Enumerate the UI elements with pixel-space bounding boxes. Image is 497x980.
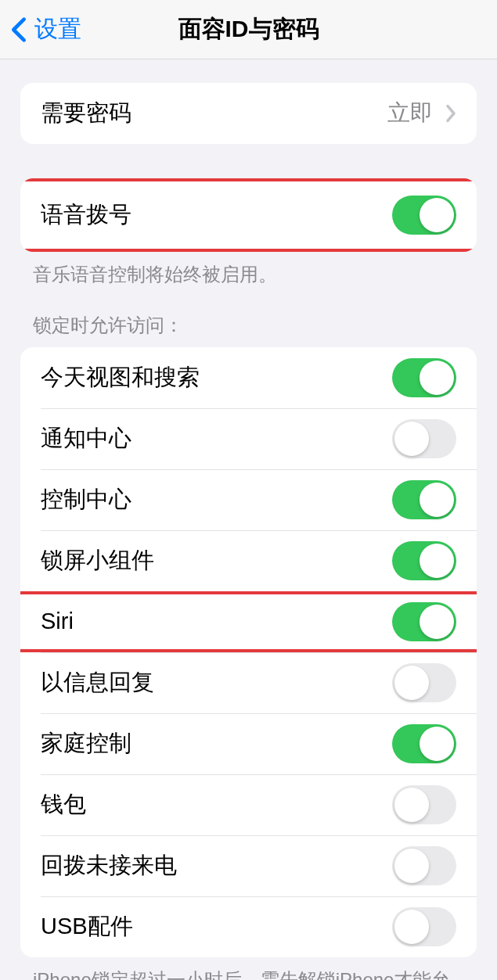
require-passcode-group: 需要密码 立即 (20, 83, 477, 144)
toggle-knob (420, 483, 454, 517)
allow-access-row: 控制中心 (20, 469, 477, 530)
toggle-knob (394, 666, 429, 700)
allow-access-group: 今天视图和搜索通知中心控制中心锁屏小组件Siri以信息回复家庭控制钱包回拨未接来… (20, 347, 477, 957)
allow-access-item-label: 控制中心 (41, 484, 131, 515)
toggle-knob (420, 727, 454, 761)
allow-access-item-label: 锁屏小组件 (41, 545, 154, 576)
allow-access-toggle[interactable] (392, 663, 456, 702)
allow-access-item-label: 家庭控制 (41, 728, 131, 759)
allow-access-toggle[interactable] (392, 358, 456, 397)
allow-access-item-label: 回拨未接来电 (41, 850, 177, 881)
allow-access-row: 通知中心 (20, 408, 477, 469)
back-button[interactable]: 设置 (0, 13, 81, 45)
allow-access-item-label: 今天视图和搜索 (41, 362, 200, 393)
allow-access-row: 回拨未接来电 (20, 835, 477, 896)
require-passcode-label: 需要密码 (41, 98, 131, 129)
require-passcode-section: 需要密码 立即 (0, 83, 497, 144)
allow-access-toggle[interactable] (392, 907, 456, 946)
allow-access-row: USB配件 (20, 896, 477, 957)
chevron-right-icon (445, 104, 456, 123)
allow-access-toggle[interactable] (392, 846, 456, 885)
allow-access-row: Siri (20, 591, 477, 652)
require-passcode-row[interactable]: 需要密码 立即 (20, 83, 477, 144)
voice-dial-section: 语音拨号 音乐语音控制将始终被启用。 (0, 178, 497, 288)
allow-access-toggle[interactable] (392, 602, 456, 641)
content: 需要密码 立即 语音拨号 音乐语音控制将始终被启用。 锁定时允许访问： 今天视图… (0, 83, 497, 980)
voice-dial-footer: 音乐语音控制将始终被启用。 (0, 252, 497, 288)
allow-access-row: 家庭控制 (20, 713, 477, 774)
allow-access-section: 锁定时允许访问： 今天视图和搜索通知中心控制中心锁屏小组件Siri以信息回复家庭… (0, 313, 497, 980)
allow-access-row: 锁屏小组件 (20, 530, 477, 591)
allow-access-item-label: 通知中心 (41, 423, 131, 454)
toggle-knob (420, 198, 454, 232)
voice-dial-group: 语音拨号 (20, 178, 477, 252)
allow-access-item-label: 以信息回复 (41, 667, 154, 698)
toggle-knob (420, 605, 454, 639)
toggle-knob (394, 422, 429, 456)
toggle-knob (420, 544, 454, 578)
toggle-knob (394, 849, 429, 883)
nav-bar: 设置 面容ID与密码 (0, 0, 497, 59)
allow-access-header: 锁定时允许访问： (0, 313, 497, 347)
toggle-knob (394, 910, 429, 944)
allow-access-toggle[interactable] (392, 724, 456, 763)
allow-access-item-label: USB配件 (41, 911, 133, 942)
allow-access-row: 钱包 (20, 774, 477, 835)
allow-access-row: 今天视图和搜索 (20, 347, 477, 408)
allow-access-toggle[interactable] (392, 419, 456, 458)
voice-dial-row: 语音拨号 (20, 178, 477, 252)
allow-access-toggle[interactable] (392, 785, 456, 824)
allow-access-toggle[interactable] (392, 541, 456, 580)
voice-dial-toggle[interactable] (392, 196, 456, 235)
allow-access-row: 以信息回复 (20, 652, 477, 713)
toggle-knob (420, 361, 454, 395)
allow-access-footer: iPhone锁定超过一小时后，需先解锁iPhone才能允许USB配件连接。 (0, 957, 497, 980)
toggle-knob (394, 788, 429, 822)
allow-access-item-label: 钱包 (41, 789, 86, 820)
voice-dial-label: 语音拨号 (41, 199, 131, 231)
allow-access-item-label: Siri (41, 608, 74, 634)
require-passcode-value: 立即 (387, 98, 433, 129)
allow-access-toggle[interactable] (392, 480, 456, 519)
chevron-left-icon (11, 16, 27, 43)
back-label: 设置 (34, 13, 81, 45)
